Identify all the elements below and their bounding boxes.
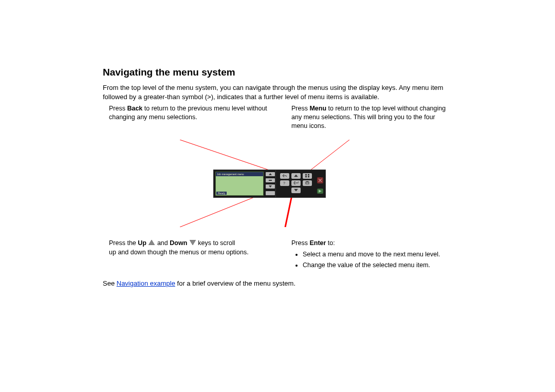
menu-button-icon	[303, 173, 312, 179]
softkey-up-icon	[266, 172, 275, 176]
softkey-blank	[266, 191, 275, 195]
up-button-icon	[291, 173, 301, 179]
list-item: Select a menu and move to the next menu …	[303, 250, 452, 259]
callout-updown: Press the Up and Down keys to scroll up …	[109, 238, 270, 271]
svg-marker-16	[294, 189, 298, 192]
stop-button-icon	[317, 177, 323, 183]
softkey-column	[265, 170, 276, 197]
svg-rect-15	[306, 181, 308, 182]
svg-rect-12	[308, 176, 309, 178]
page-title: Navigating the menu system	[103, 67, 452, 78]
callout-enter: Press Enter to: Select a menu and move t…	[291, 238, 452, 271]
svg-text:?: ?	[283, 181, 285, 185]
svg-marker-8	[294, 175, 298, 177]
enter-bullet-list: Select a menu and move to the next menu …	[291, 250, 452, 270]
svg-marker-19	[319, 190, 322, 193]
button-cluster: ?	[276, 170, 325, 197]
go-button-icon	[317, 189, 323, 194]
control-panel-diagram: Job management menu Ready ?	[103, 140, 452, 227]
svg-marker-20	[149, 240, 155, 245]
svg-marker-21	[190, 240, 196, 245]
navigation-example-link[interactable]: Navigation example	[117, 279, 175, 287]
help-button-icon: ?	[280, 180, 289, 186]
list-item: Change the value of the selected menu it…	[303, 260, 452, 270]
softkey-down-icon	[266, 184, 275, 189]
svg-marker-5	[269, 173, 272, 175]
lcd-screen: Job management menu Ready	[215, 172, 264, 196]
footer-see-also: See Navigation example for a brief overv…	[103, 279, 452, 287]
up-triangle-icon	[149, 240, 155, 245]
svg-rect-11	[305, 176, 307, 178]
softkey-dash-icon	[266, 178, 275, 182]
intro-paragraph: From the top level of the menu system, y…	[103, 83, 452, 101]
svg-line-0	[180, 140, 281, 174]
svg-marker-7	[269, 185, 272, 188]
svg-line-1	[305, 140, 349, 174]
print-button-icon	[303, 180, 312, 186]
svg-rect-10	[308, 174, 309, 176]
callout-back: Press Back to return to the previous men…	[109, 104, 270, 130]
down-triangle-icon	[190, 240, 196, 245]
svg-rect-6	[269, 180, 272, 181]
down-button-icon	[291, 188, 301, 193]
lcd-title: Job management menu	[216, 172, 263, 176]
svg-rect-9	[305, 174, 307, 176]
back-button-icon	[280, 173, 289, 179]
lcd-ready: Ready	[216, 192, 227, 195]
enter-button-icon	[291, 180, 301, 186]
callout-menu: Press Menu to return to the top level wi…	[291, 104, 452, 130]
